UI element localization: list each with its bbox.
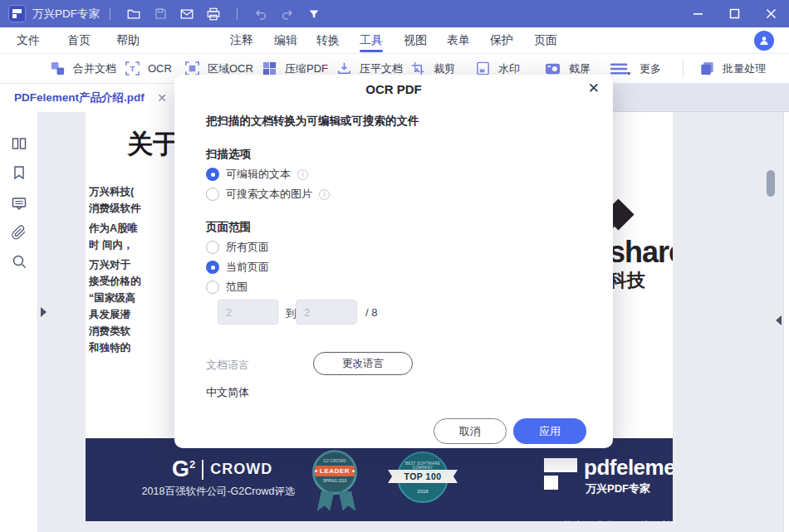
page-body-text: 万兴科技( 消费级软件 作为A股唯 时 间内， 万兴对于 接受价格的 “国家级高…	[89, 183, 175, 356]
menu-comment[interactable]: 注释	[230, 27, 253, 53]
right-panel-toggle-icon[interactable]	[776, 315, 782, 325]
page-range-heading: 页面范围	[206, 220, 251, 235]
titlebar: 万兴PDF专家	[0, 0, 789, 27]
batch-process-icon	[699, 61, 715, 76]
radio-editable-text[interactable]: 可编辑的文本 i	[206, 167, 308, 182]
dialog-title: OCR PDF	[174, 82, 613, 96]
bookmarks-panel-icon[interactable]	[11, 164, 27, 181]
menu-page[interactable]: 页面	[534, 27, 557, 53]
vertical-scrollbar-thumb[interactable]	[767, 170, 775, 197]
document-language-label: 文档语言	[206, 358, 249, 373]
radio-selected-icon[interactable]	[206, 261, 219, 274]
merge-docs-button[interactable]: 合并文档	[50, 54, 116, 83]
attachments-panel-icon[interactable]	[11, 224, 27, 241]
titlebar-divider	[110, 8, 110, 20]
menu-form[interactable]: 表单	[447, 27, 470, 53]
close-icon	[766, 8, 777, 19]
document-tab-label: PDFelement产品介绍.pdf	[14, 90, 145, 105]
print-icon[interactable]	[203, 4, 224, 24]
range-to-input[interactable]	[296, 300, 357, 325]
dialog-subtitle: 把扫描的文档转换为可编辑或可搜索的文件	[206, 114, 419, 129]
maximize-icon	[729, 8, 740, 19]
menu-tools[interactable]: 工具	[360, 27, 383, 53]
top100-badge: BEST SOFTWARE COMPANY 2018 TOP 100	[388, 451, 458, 510]
undo-icon[interactable]	[250, 4, 272, 24]
ocr-icon: T	[125, 61, 140, 76]
menu-view[interactable]: 视图	[404, 27, 427, 53]
menu-help[interactable]: 帮助	[116, 27, 140, 53]
radio-unselected-icon[interactable]	[206, 188, 219, 201]
radio-searchable-image[interactable]: 可搜索文本的图片 i	[206, 187, 330, 202]
app-title: 万兴PDF专家	[32, 7, 100, 22]
tab-close-icon[interactable]: ✕	[157, 91, 167, 105]
apply-button[interactable]: 应用	[513, 418, 586, 444]
right-panel-edge	[783, 112, 789, 532]
range-from-input[interactable]	[218, 300, 278, 325]
document-tab[interactable]: PDFelement产品介绍.pdf ✕	[0, 84, 177, 112]
pdfelement-slogan: 秒会的全能PDF编辑神器	[563, 520, 673, 521]
thumbnails-panel-icon[interactable]	[11, 135, 27, 152]
customize-toolbar-icon[interactable]	[303, 4, 325, 24]
menu-file[interactable]: 文件	[17, 27, 40, 53]
minimize-icon	[693, 8, 703, 19]
info-icon[interactable]: i	[319, 189, 330, 200]
page-footer-band: G2 CROWD 2018百强软件公司-G2Crowd评选 G2 CROWD L…	[86, 438, 673, 521]
wondershare-wordmark: share	[609, 235, 673, 270]
radio-all-pages[interactable]: 所有页面	[206, 240, 269, 255]
titlebar-divider	[237, 8, 238, 20]
batch-process-button[interactable]: 批量处理	[699, 54, 766, 83]
menu-protect[interactable]: 保护	[490, 27, 513, 53]
comments-panel-icon[interactable]	[11, 195, 27, 212]
minimize-button[interactable]	[679, 0, 716, 27]
wondershare-cn-text: 科技	[609, 268, 645, 293]
email-icon[interactable]	[176, 4, 198, 24]
dialog-close-icon[interactable]: ✕	[588, 80, 600, 97]
svg-text:T: T	[130, 64, 135, 73]
g2crowd-caption: 2018百强软件公司-G2Crowd评选	[119, 485, 318, 499]
menubar: 文件 首页 帮助 注释 编辑 转换 工具 视图 表单 保护 页面	[0, 27, 789, 54]
search-panel-icon[interactable]	[11, 253, 27, 270]
current-language-value: 中文简体	[206, 385, 249, 400]
left-panel-toggle-icon[interactable]	[41, 307, 47, 317]
change-language-button[interactable]: 更改语言	[313, 352, 413, 375]
info-icon[interactable]: i	[297, 169, 308, 180]
open-file-icon[interactable]	[123, 4, 145, 24]
menu-edit[interactable]: 编辑	[274, 27, 297, 53]
person-icon	[758, 35, 770, 46]
save-icon[interactable]	[149, 4, 171, 24]
radio-unselected-icon[interactable]	[206, 281, 219, 294]
range-total-label: / 8	[365, 306, 377, 319]
ocr-pdf-dialog: OCR PDF ✕ 把扫描的文档转换为可编辑或可搜索的文件 扫描选项 可编辑的文…	[174, 75, 613, 448]
window-controls	[679, 0, 789, 27]
cancel-button[interactable]: 取消	[434, 418, 507, 444]
ocr-button[interactable]: T OCR	[125, 54, 172, 83]
radio-current-page[interactable]: 当前页面	[206, 260, 269, 275]
merge-docs-icon	[50, 61, 66, 76]
leader-badge: G2 CROWD LEADER SPRING 2019	[311, 450, 360, 516]
g2crowd-logo: G2 CROWD	[172, 456, 272, 482]
more-hamburger-icon	[609, 61, 632, 77]
account-button[interactable]	[754, 31, 774, 51]
left-sidebar	[0, 112, 38, 532]
page-title: 关于	[127, 127, 179, 162]
app-logo-icon	[8, 5, 26, 22]
pdfelement-icon	[544, 458, 577, 491]
radio-selected-icon[interactable]	[206, 168, 219, 181]
radio-unselected-icon[interactable]	[206, 241, 219, 254]
menu-home[interactable]: 首页	[67, 27, 91, 53]
maximize-button[interactable]	[716, 0, 752, 27]
more-tools-button[interactable]: 更多	[609, 54, 661, 83]
redo-icon[interactable]	[277, 4, 298, 24]
close-button[interactable]	[752, 0, 789, 27]
menu-convert[interactable]: 转换	[316, 27, 340, 53]
scan-options-heading: 扫描选项	[206, 147, 251, 162]
app-window: 万兴PDF专家	[0, 0, 789, 532]
toolbar-divider	[683, 59, 684, 78]
radio-page-range[interactable]: 范围	[206, 280, 247, 295]
